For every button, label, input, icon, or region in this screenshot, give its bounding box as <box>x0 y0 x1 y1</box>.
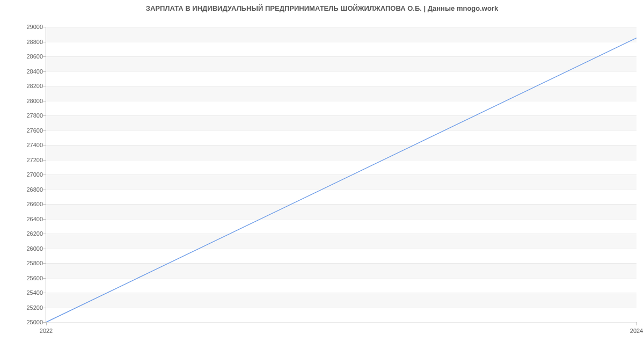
x-tick-mark <box>46 322 47 325</box>
y-tick-label: 25200 <box>16 304 43 311</box>
y-tick-mark <box>43 115 46 116</box>
y-gridline <box>46 322 636 323</box>
y-tick-mark <box>43 234 46 234</box>
y-tick-mark <box>43 190 46 190</box>
y-tick-label: 28200 <box>16 83 43 89</box>
y-tick-label: 25400 <box>16 289 43 296</box>
y-tick-label: 27600 <box>16 127 43 134</box>
y-tick-mark <box>43 174 46 175</box>
chart-title: ЗАРПЛАТА В ИНДИВИДУАЛЬНЫЙ ПРЕДПРИНИМАТЕЛ… <box>0 4 644 12</box>
y-tick-mark <box>43 145 46 146</box>
y-tick-label: 28000 <box>16 98 43 104</box>
y-tick-mark <box>43 204 46 205</box>
y-tick-label: 27000 <box>16 171 43 178</box>
y-tick-label: 26400 <box>16 216 43 222</box>
line-layer <box>46 27 636 322</box>
y-tick-mark <box>43 293 46 293</box>
y-tick-label: 26000 <box>16 245 43 252</box>
x-tick-mark <box>636 322 637 325</box>
y-tick-label: 28400 <box>16 68 43 75</box>
y-tick-mark <box>43 86 46 86</box>
y-tick-mark <box>43 278 46 279</box>
y-tick-label: 28800 <box>16 39 43 45</box>
y-tick-label: 27400 <box>16 142 43 148</box>
y-tick-mark <box>43 308 46 308</box>
y-tick-label: 25000 <box>16 319 43 325</box>
y-tick-mark <box>43 219 46 220</box>
y-tick-label: 29000 <box>16 24 43 30</box>
y-tick-label: 25600 <box>16 275 43 281</box>
y-tick-mark <box>43 130 46 131</box>
y-tick-mark <box>43 71 46 72</box>
y-tick-mark <box>43 27 46 27</box>
y-tick-label: 26800 <box>16 186 43 193</box>
y-tick-mark <box>43 101 46 101</box>
y-tick-label: 27800 <box>16 112 43 119</box>
y-tick-label: 25800 <box>16 260 43 266</box>
x-tick-label: 2024 <box>630 328 643 334</box>
plot-area: 20222024 <box>46 27 636 323</box>
y-tick-label: 27200 <box>16 157 43 163</box>
y-tick-label: 26200 <box>16 230 43 237</box>
series-line <box>46 38 636 322</box>
y-tick-mark <box>43 42 46 42</box>
y-tick-mark <box>43 263 46 264</box>
y-tick-label: 26600 <box>16 201 43 207</box>
y-tick-label: 28600 <box>16 53 43 60</box>
y-tick-mark <box>43 160 46 161</box>
chart-container: 20222024 2500025200254002560025800260002… <box>0 16 644 338</box>
y-tick-mark <box>43 56 46 57</box>
x-tick-label: 2022 <box>40 328 53 334</box>
y-tick-mark <box>43 249 46 249</box>
